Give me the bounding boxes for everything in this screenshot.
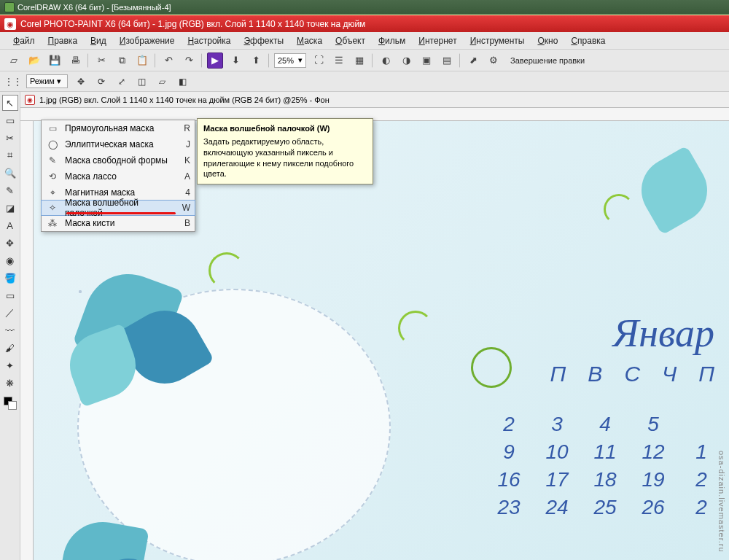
- flyout-item[interactable]: ▭Прямоугольная маскаR: [42, 120, 195, 136]
- print-button[interactable]: 🖶: [67, 52, 83, 69]
- move-tool-icon[interactable]: ✥: [74, 74, 88, 89]
- toolbox: ↖ ▭ ✂ ⌗ 🔍 ✎ ◪ A ✥ ◉ 🪣 ▭ ／ 〰 🖌 ✦ ❋: [0, 92, 20, 560]
- launch-app-button[interactable]: ⬈: [465, 52, 481, 69]
- chevron-down-icon: ▾: [298, 55, 303, 65]
- photopaint-icon: [4, 18, 16, 30]
- menu-файл[interactable]: Файл: [7, 34, 41, 48]
- undo-button[interactable]: ↶: [160, 52, 176, 69]
- line-tool[interactable]: ／: [2, 305, 18, 321]
- calendar-month-title: Январ: [613, 311, 714, 356]
- mask-tool[interactable]: ▭: [2, 112, 18, 128]
- effect-tool[interactable]: ✦: [2, 357, 18, 373]
- zoom-tool[interactable]: 🔍: [2, 165, 18, 181]
- calendar-cell: 19: [636, 468, 671, 491]
- calendar-cell: 18: [588, 468, 623, 491]
- menu-фильм[interactable]: Фильм: [373, 34, 411, 48]
- cut-button[interactable]: ✂: [93, 52, 109, 69]
- clone-tool[interactable]: ✥: [2, 235, 18, 251]
- menu-инструменты[interactable]: Инструменты: [464, 34, 531, 48]
- coreldraw-titlebar: CorelDRAW X6 (64 бит) - [Безымянный-4]: [0, 0, 729, 15]
- calendar-cell: 16: [491, 468, 526, 491]
- menu-интернет[interactable]: Интернет: [413, 34, 462, 48]
- copy-button[interactable]: ⧉: [114, 52, 130, 69]
- toolbar-separator: [268, 53, 270, 68]
- options-button[interactable]: ⚙: [486, 52, 502, 69]
- calendar-cell: 5: [636, 413, 671, 436]
- flyout-item-icon: ⟲: [46, 171, 59, 182]
- fill-tool[interactable]: 🪣: [2, 270, 18, 286]
- calendar-cell: 1: [684, 440, 719, 464]
- flyout-item-label: Маска кисти: [65, 218, 173, 228]
- crop-tool[interactable]: ⌗: [2, 147, 18, 163]
- flyout-item-label: Прямоугольная маска: [65, 123, 173, 133]
- perspective-tool-icon[interactable]: ◧: [176, 74, 190, 89]
- flyout-item[interactable]: ✎Маска свободной формыK: [42, 152, 195, 168]
- mask-marquee-button[interactable]: ▤: [439, 52, 455, 69]
- new-button[interactable]: ▱: [6, 52, 22, 69]
- color-swatch[interactable]: [4, 397, 17, 410]
- menu-окно[interactable]: Окно: [531, 34, 564, 48]
- toolbar-separator: [87, 53, 89, 68]
- finish-editing-button[interactable]: Завершение правки: [510, 56, 585, 65]
- mask-tool-flyout[interactable]: ▭Прямоугольная маскаR◯Эллиптическая маск…: [41, 120, 195, 232]
- eraser-tool[interactable]: ◪: [2, 200, 18, 216]
- save-button[interactable]: 💾: [47, 52, 63, 69]
- flyout-item[interactable]: ◯Эллиптическая маскаJ: [42, 136, 195, 152]
- flyout-item-icon: ✧: [46, 203, 59, 213]
- calendar-cell: 24: [539, 496, 574, 519]
- mode-dropdown[interactable]: Режим ▾: [26, 74, 68, 88]
- mask-invert-button[interactable]: ◐: [378, 52, 394, 69]
- eyedropper-tool[interactable]: ✎: [2, 182, 18, 198]
- paint-tool[interactable]: 🖌: [2, 340, 18, 356]
- flyout-item[interactable]: ⟲Маска лассоA: [42, 168, 195, 184]
- redeye-tool[interactable]: ◉: [2, 252, 18, 268]
- menu-вид[interactable]: Вид: [85, 34, 112, 48]
- launch-button[interactable]: ▶: [207, 52, 223, 69]
- menu-эффекты[interactable]: Эффекты: [238, 34, 289, 48]
- tooltip: Маска волшебной палочкой (W) Задать реда…: [197, 118, 373, 184]
- flyout-item-shortcut: 4: [179, 187, 190, 198]
- flyout-item-shortcut: A: [179, 171, 190, 182]
- skew-tool-icon[interactable]: ◫: [135, 74, 149, 89]
- menu-правка[interactable]: Правка: [42, 34, 84, 48]
- path-tool[interactable]: 〰: [2, 322, 18, 338]
- import-button[interactable]: ⬇: [227, 52, 243, 69]
- redo-button[interactable]: ↷: [181, 52, 197, 69]
- menu-маска[interactable]: Маска: [291, 34, 328, 48]
- zoom-select[interactable]: 25%▾: [274, 53, 306, 68]
- rulers-button[interactable]: ☰: [331, 52, 347, 69]
- open-button[interactable]: 📂: [26, 52, 42, 69]
- calendar-cell: 2: [684, 496, 719, 519]
- calendar-cell: 10: [539, 440, 574, 464]
- image-sprayer-tool[interactable]: ❋: [2, 375, 18, 391]
- weekday-label: П: [550, 362, 566, 386]
- menu-настройка[interactable]: Настройка: [182, 34, 236, 48]
- property-bar: ⋮⋮ Режим ▾ ✥ ⟳ ⤢ ◫ ▱ ◧: [0, 71, 729, 92]
- mask-overlay-button[interactable]: ▣: [418, 52, 434, 69]
- swirl-decoration: [398, 311, 433, 346]
- text-tool[interactable]: A: [2, 217, 18, 233]
- menu-справка[interactable]: Справка: [565, 34, 611, 48]
- menu-объект[interactable]: Объект: [330, 34, 371, 48]
- pick-tool[interactable]: ↖: [2, 95, 18, 111]
- rectangle-tool[interactable]: ▭: [2, 287, 18, 303]
- menu-изображение[interactable]: Изображение: [114, 34, 181, 48]
- flyout-item[interactable]: ⁂Маска кистиB: [42, 215, 195, 231]
- mask-transform-tool[interactable]: ✂: [2, 130, 18, 146]
- mask-remove-button[interactable]: ◑: [398, 52, 414, 69]
- calendar-cell: 25: [588, 496, 623, 519]
- scale-tool-icon[interactable]: ⤢: [114, 74, 129, 89]
- flyout-item[interactable]: ✧Маска волшебной палочкойW: [41, 200, 195, 216]
- paste-button[interactable]: 📋: [134, 52, 150, 69]
- distort-tool-icon[interactable]: ▱: [155, 74, 170, 89]
- flyout-item-shortcut: R: [179, 123, 190, 133]
- grid-button[interactable]: ▦: [351, 52, 367, 69]
- weekday-label: В: [588, 362, 602, 386]
- swirl-decoration: [471, 347, 512, 388]
- rotate-tool-icon[interactable]: ⟳: [94, 74, 109, 89]
- calendar-cell: 4: [588, 413, 623, 436]
- flyout-item-shortcut: J: [179, 139, 190, 149]
- watermark: osa-dizain.livemaster.ru: [717, 451, 726, 553]
- fullscreen-button[interactable]: ⛶: [311, 52, 327, 69]
- export-button[interactable]: ⬆: [248, 52, 264, 69]
